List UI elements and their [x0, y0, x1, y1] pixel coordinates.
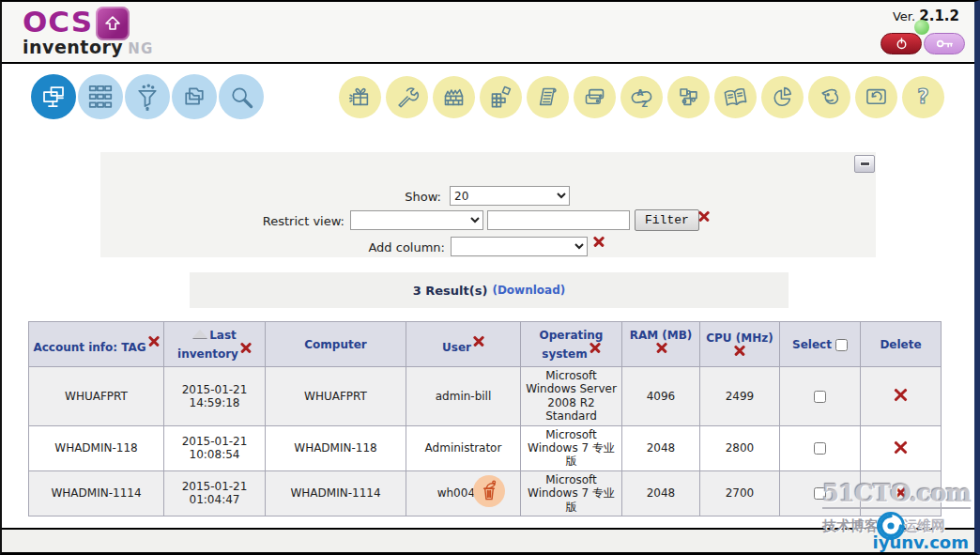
all-computers-icon: [39, 83, 68, 111]
clear-add-column-icon[interactable]: [593, 236, 605, 247]
console-button[interactable]: [855, 76, 897, 118]
computer-link[interactable]: WHUAFPRT: [266, 367, 406, 426]
cell-os: Microsoft Windows 7 专业版: [521, 425, 622, 470]
duplicates-icon: [180, 83, 208, 111]
filter-panel: Show: 20 Restrict view: Filter Add colum…: [100, 152, 876, 257]
cell-user: Administrator: [406, 425, 521, 470]
select-all-checkbox[interactable]: [835, 339, 848, 351]
svg-text:A: A: [636, 88, 643, 98]
deployment-button[interactable]: [339, 76, 381, 118]
users-face-icon: [817, 85, 842, 110]
col-header-os[interactable]: Operating system: [521, 322, 622, 367]
inventory-date: 2015-01-21: [166, 435, 263, 448]
restrict-view-select[interactable]: [350, 210, 483, 230]
cell-ram: 2048: [622, 425, 700, 470]
cell-tag: WHUAFPRT: [29, 367, 164, 426]
cell-delete: [861, 425, 942, 470]
show-label: Show:: [100, 187, 441, 207]
col-header-account-tag[interactable]: Account info: TAG: [29, 322, 164, 367]
col-label: Delete: [880, 338, 921, 351]
users-button[interactable]: [808, 76, 850, 118]
duplicates-tab[interactable]: [172, 74, 217, 119]
console-monitor-icon: [864, 85, 889, 110]
download-link[interactable]: (Download): [492, 284, 565, 297]
svg-text:?: ?: [917, 85, 928, 108]
clear-filter-icon[interactable]: [698, 210, 710, 222]
filter-button[interactable]: Filter: [635, 209, 699, 231]
delete-row-icon[interactable]: [894, 440, 908, 455]
cell-last-inventory: 2015-01-21 10:08:54: [164, 425, 266, 470]
inventory-time: 01:04:47: [166, 493, 263, 506]
licenses-button[interactable]: [574, 76, 616, 118]
filter-funnel-icon: [133, 83, 161, 111]
software-button[interactable]: [480, 76, 522, 118]
remove-column-icon[interactable]: [473, 335, 484, 347]
registry-button[interactable]: [527, 76, 569, 118]
col-header-delete: Delete: [861, 322, 942, 367]
cell-delete: [861, 367, 942, 426]
statistics-pie-icon: [770, 85, 795, 110]
restrict-view-input[interactable]: [487, 210, 630, 230]
computer-link[interactable]: WHADMIN-118: [266, 425, 406, 470]
documentation-book-icon: [723, 85, 748, 110]
search-tab[interactable]: [219, 74, 264, 119]
row-select-checkbox[interactable]: [814, 391, 826, 403]
col-header-cpu[interactable]: CPU (MHz): [700, 322, 780, 367]
plugins-button[interactable]: [667, 76, 710, 118]
dictionary-az-icon: A Z: [629, 85, 654, 110]
groups-tab[interactable]: [78, 74, 123, 119]
registry-report-icon: [535, 85, 560, 110]
remove-column-icon[interactable]: [240, 342, 252, 353]
cell-os: Microsoft Windows Server 2008 R2 Standar…: [521, 367, 622, 426]
show-count-select[interactable]: 20: [450, 186, 570, 206]
cell-select: [780, 425, 861, 470]
sort-asc-icon[interactable]: [192, 330, 207, 338]
cell-user: admin-bill: [406, 367, 521, 426]
cell-os: Microsoft Windows 7 专业版: [521, 470, 622, 516]
documentation-button[interactable]: [714, 76, 757, 118]
add-column-select[interactable]: [451, 237, 588, 256]
logo-ng-text: NG: [128, 40, 153, 57]
help-button[interactable]: ?: [902, 76, 944, 118]
cell-ram: 4096: [622, 367, 700, 426]
col-label: RAM (MB): [630, 329, 693, 342]
ocs-house-arrow-icon: [96, 7, 130, 40]
trash-icon: [477, 479, 501, 503]
filter-tab[interactable]: [125, 74, 170, 119]
remove-column-icon[interactable]: [148, 335, 160, 347]
col-label: CPU (MHz): [706, 331, 773, 345]
inventory-date: 2015-01-21: [166, 480, 263, 493]
cell-cpu: 2700: [700, 470, 780, 516]
security-button[interactable]: [433, 76, 475, 118]
minimize-icon: [860, 162, 870, 166]
all-computers-tab[interactable]: [31, 74, 76, 119]
statistics-button[interactable]: [761, 76, 804, 118]
watermark-51cto: 51CTO.com: [822, 481, 971, 509]
configuration-wrench-icon: [394, 85, 420, 110]
configuration-button[interactable]: [386, 76, 428, 118]
computer-link[interactable]: WHADMIN-1114: [266, 470, 406, 516]
change-password-button[interactable]: [924, 33, 965, 54]
cell-tag: WHADMIN-118: [29, 425, 164, 470]
help-question-icon: ?: [911, 85, 936, 110]
col-header-ram[interactable]: RAM (MB): [622, 322, 700, 367]
inventory-time: 10:08:54: [166, 448, 263, 461]
cell-last-inventory: 2015-01-21 01:04:47: [164, 470, 266, 516]
col-header-user[interactable]: User: [406, 322, 521, 367]
delete-selected-button[interactable]: [473, 475, 505, 507]
power-icon: [894, 36, 910, 52]
remove-column-icon[interactable]: [734, 345, 745, 356]
delete-row-icon[interactable]: [894, 388, 908, 402]
logo-ocs-text: OCS: [23, 8, 93, 35]
remove-column-icon[interactable]: [656, 342, 667, 353]
col-header-last-inventory[interactable]: Last inventory: [164, 322, 266, 367]
remove-column-icon[interactable]: [590, 342, 601, 353]
collapse-panel-button[interactable]: [854, 155, 875, 173]
row-select-checkbox[interactable]: [814, 442, 826, 455]
col-header-computer[interactable]: Computer: [266, 322, 406, 367]
logout-power-button[interactable]: [880, 33, 922, 54]
plugins-puzzle-icon: [676, 85, 701, 110]
dictionary-button[interactable]: A Z: [620, 76, 663, 118]
licenses-cards-icon: [582, 85, 607, 110]
key-icon: [935, 37, 955, 51]
